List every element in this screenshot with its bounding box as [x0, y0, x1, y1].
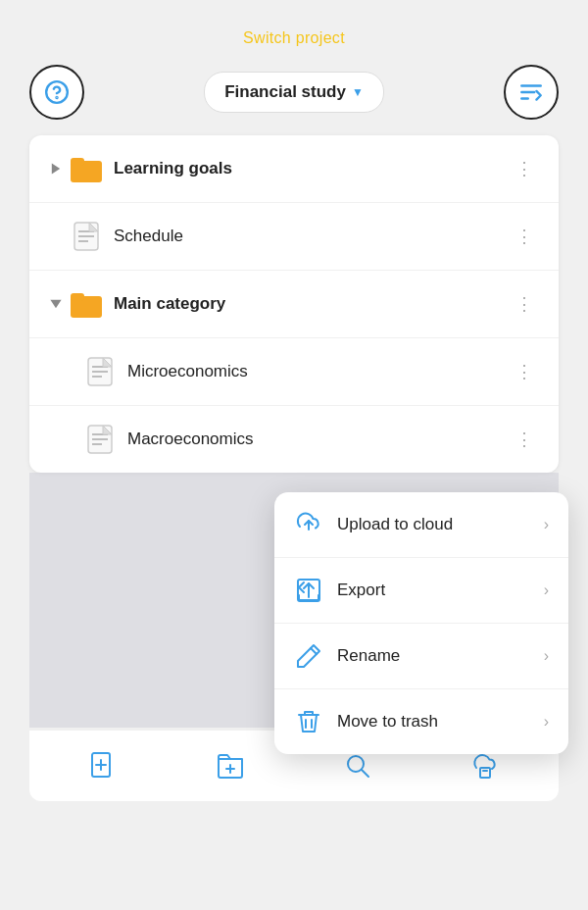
folder-icon: [71, 153, 102, 184]
item-label-macroeconomics: Macroeconomics: [127, 430, 512, 449]
project-name: Financial study: [224, 82, 346, 102]
upload-cloud-icon: [294, 510, 323, 539]
svg-point-1: [56, 97, 57, 98]
folder-icon: [71, 288, 102, 320]
more-options-icon[interactable]: ⋮: [512, 425, 539, 454]
file-icon: [84, 424, 116, 455]
svg-marker-12: [50, 300, 61, 308]
svg-rect-35: [480, 768, 490, 778]
export-label: Export: [337, 581, 544, 600]
app-container: Switch project Financial study ▼: [0, 0, 588, 910]
chevron-right-icon: ›: [544, 713, 549, 731]
item-label-schedule: Schedule: [114, 227, 512, 246]
svg-marker-5: [52, 163, 60, 174]
list-item[interactable]: Schedule ⋮: [29, 203, 559, 271]
svg-line-25: [311, 648, 317, 654]
rename-label: Rename: [337, 646, 544, 666]
chevron-right-icon: ›: [544, 647, 549, 665]
expand-right-icon: [49, 162, 63, 176]
more-options-icon[interactable]: ⋮: [512, 289, 539, 319]
svg-line-34: [362, 770, 368, 777]
upload-label: Upload to cloud: [337, 515, 544, 534]
trash-label: Move to trash: [337, 712, 544, 732]
cloud-archive-icon: [470, 751, 500, 781]
list-item[interactable]: Main category ⋮: [29, 271, 559, 338]
search-icon: [343, 751, 372, 781]
expand-down-icon: [49, 297, 63, 311]
context-menu-export[interactable]: Export ›: [274, 558, 568, 624]
sort-icon: [518, 79, 544, 105]
item-label-microeconomics: Microeconomics: [127, 362, 512, 381]
rename-icon: [294, 641, 323, 671]
switch-project-label: Switch project: [243, 29, 345, 47]
header: Switch project: [0, 0, 588, 57]
list-item[interactable]: Learning goals ⋮: [29, 135, 559, 203]
trash-icon: [294, 707, 323, 736]
svg-rect-14: [71, 293, 84, 301]
question-circle-icon: [44, 79, 70, 105]
chevron-right-icon: ›: [544, 581, 549, 599]
sort-button[interactable]: [504, 65, 559, 120]
project-dropdown[interactable]: Financial study ▼: [204, 72, 384, 113]
chevron-down-icon: ▼: [352, 85, 364, 99]
export-icon: [294, 576, 323, 605]
context-menu-upload[interactable]: Upload to cloud ›: [274, 492, 568, 558]
help-button[interactable]: [29, 65, 84, 120]
add-file-button[interactable]: [83, 746, 122, 785]
more-options-icon[interactable]: ⋮: [512, 357, 539, 386]
chevron-right-icon: ›: [544, 516, 549, 533]
more-options-icon[interactable]: ⋮: [512, 222, 539, 251]
list-item[interactable]: Microeconomics ⋮: [29, 338, 559, 406]
context-menu-trash[interactable]: Move to trash ›: [274, 689, 568, 754]
add-folder-button[interactable]: [211, 746, 250, 785]
dimmed-overlay: Upload to cloud › Export ›: [29, 473, 559, 728]
file-icon: [71, 221, 102, 252]
file-icon: [84, 356, 116, 387]
item-label-main-category: Main category: [114, 294, 512, 314]
top-bar: Financial study ▼: [0, 57, 588, 135]
item-label-learning-goals: Learning goals: [114, 159, 512, 178]
context-menu-rename[interactable]: Rename ›: [274, 624, 568, 689]
content-card: Learning goals ⋮ Schedule ⋮: [29, 135, 559, 473]
add-file-icon: [88, 751, 118, 781]
more-options-icon[interactable]: ⋮: [512, 154, 539, 183]
svg-rect-7: [71, 158, 84, 166]
add-folder-icon: [216, 751, 245, 781]
list-item[interactable]: Macroeconomics ⋮: [29, 406, 559, 473]
context-menu: Upload to cloud › Export ›: [274, 492, 568, 754]
